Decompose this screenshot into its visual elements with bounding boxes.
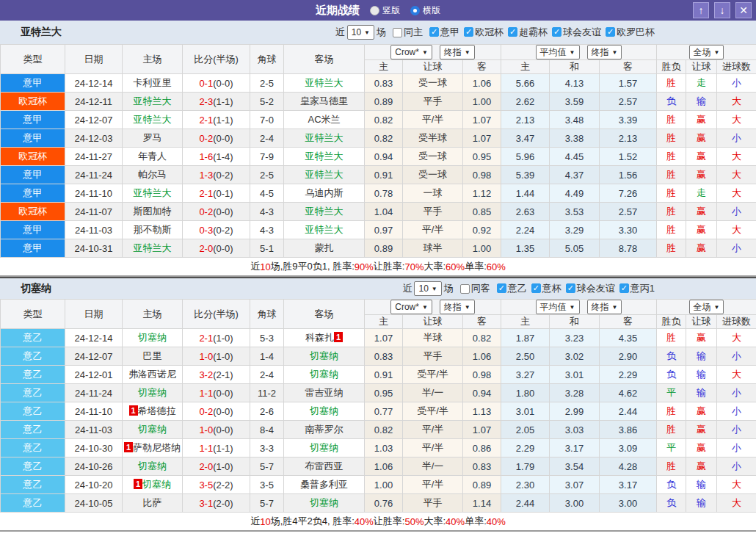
checkbox-unchecked-icon[interactable] [460, 284, 470, 294]
col-result-handicap: 让球 [686, 60, 717, 74]
match-score: 2-3(1-1) [183, 93, 250, 111]
result-winlose: 平 [657, 384, 686, 402]
move-up-button[interactable]: ↑ [693, 2, 709, 18]
crow-odds-select[interactable]: Crow*▼ [390, 300, 432, 314]
avg-draw: 3.07 [550, 476, 600, 494]
avg-home: 5.39 [501, 166, 550, 184]
move-down-button[interactable]: ↓ [714, 2, 730, 18]
corner-score: 5-2 [250, 93, 284, 111]
col-corner: 角球 [250, 45, 284, 74]
checkbox-checked-icon[interactable] [552, 27, 561, 37]
summary-text: 40% [446, 516, 465, 527]
final-odds-select-2[interactable]: 终指▼ [587, 300, 622, 314]
league-checkbox[interactable]: 意丙1 [615, 282, 655, 295]
average-odds-select[interactable]: 平均值▼ [536, 45, 580, 59]
result-winlose: 胜 [657, 421, 686, 439]
result-goals: 小 [717, 402, 756, 421]
match-row: 意乙 24-11-24 切塞纳 1-1(0-0) 11-2 雷吉亚纳 0.95 … [1, 384, 756, 402]
league-badge: 意甲 [1, 221, 65, 239]
result-goals: 小 [717, 347, 756, 366]
odds-handicap: 球半 [403, 239, 463, 258]
match-date: 24-11-03 [65, 421, 123, 439]
home-team: 那不勒斯 [123, 221, 183, 239]
checkbox-checked-icon[interactable] [606, 27, 615, 37]
summary-text: 40% [487, 516, 506, 527]
avg-draw: 3.59 [550, 93, 600, 111]
odds-handicap: 平/半 [403, 421, 463, 439]
checkbox-checked-icon[interactable] [566, 283, 575, 293]
odds-away: 0.94 [463, 384, 501, 402]
odds-home: 0.82 [365, 129, 403, 148]
match-count-select[interactable]: 10 ▼ [414, 281, 441, 296]
col-away: 客场 [284, 300, 365, 329]
chevron-down-icon: ▼ [364, 29, 370, 36]
odds-home: 1.07 [365, 329, 403, 347]
avg-away: 8.78 [600, 239, 657, 258]
odds-home: 0.89 [365, 93, 403, 111]
odds-away: 1.06 [463, 347, 501, 366]
checkbox-checked-icon[interactable] [464, 27, 473, 37]
checkbox-checked-icon[interactable] [497, 283, 506, 293]
league-checkbox[interactable]: 意甲 [425, 26, 459, 39]
league-badge: 意乙 [1, 476, 65, 494]
odds-handicap: 平/半 [403, 111, 463, 129]
radio-horizontal-icon[interactable] [410, 6, 420, 15]
final-odds-select-2[interactable]: 终指▼ [587, 45, 622, 59]
match-date: 24-10-30 [65, 439, 123, 457]
filter-bar: 近 10 ▼ 场 同客 意乙意杯球会友谊意丙1 [402, 281, 655, 296]
odds-home: 0.83 [365, 347, 403, 366]
league-checkbox[interactable]: 超霸杯 [504, 26, 548, 39]
league-checkbox[interactable]: 欧罗巴杯 [601, 26, 655, 39]
league-checkbox[interactable]: 球会友谊 [548, 26, 601, 39]
result-winlose: 负 [657, 347, 686, 366]
avg-away: 2.90 [600, 347, 657, 366]
league-checkbox[interactable]: 球会友谊 [561, 282, 615, 295]
checkbox-checked-icon[interactable] [531, 283, 541, 293]
full-match-select[interactable]: 全场▼ [689, 45, 724, 59]
checkbox-checked-icon[interactable] [619, 283, 629, 293]
league-checkbox[interactable]: 欧冠杯 [459, 26, 504, 39]
final-odds-select[interactable]: 终指▼ [440, 300, 475, 314]
odds-handicap: 平/半 [403, 439, 463, 457]
crow-odds-group: Crow*▼ 终指▼ [365, 45, 501, 60]
away-team: 皇家马德里 [284, 93, 365, 111]
odds-handicap: 受一球 [403, 148, 463, 166]
summary-row: 近10场,胜4平2负4, 胜率:40% 让胜率:50% 大率:40% 单率:40… [0, 513, 756, 532]
average-odds-select[interactable]: 平均值▼ [536, 300, 580, 314]
match-score: 1-6(1-4) [183, 148, 250, 166]
away-team: 桑普多利亚 [284, 476, 365, 494]
odds-away: 1.07 [463, 111, 501, 129]
final-odds-select[interactable]: 终指▼ [440, 45, 475, 59]
crow-odds-select[interactable]: Crow*▼ [390, 45, 432, 59]
result-winlose: 胜 [657, 329, 686, 347]
radio-vertical[interactable]: 竖版 [370, 4, 400, 17]
odds-handicap: 半/一 [403, 457, 463, 476]
league-checkbox[interactable]: 意杯 [527, 282, 561, 295]
checkbox-checked-icon[interactable] [508, 27, 517, 37]
close-button[interactable]: ✕ [735, 2, 752, 18]
summary-text: 单率: [465, 260, 487, 273]
up-arrow-icon: ↑ [699, 4, 704, 16]
odds-handicap: 平/半 [403, 476, 463, 494]
corner-score: 3-5 [250, 476, 284, 494]
away-team: 切塞纳 [284, 402, 365, 421]
match-row: 欧冠杯 24-11-27 年青人 1-6(1-4) 7-9 亚特兰大 0.94 … [1, 148, 756, 166]
full-match-select[interactable]: 全场▼ [689, 300, 724, 314]
checkbox-unchecked-icon[interactable] [393, 28, 402, 37]
summary-text: 70% [404, 261, 424, 272]
home-team: 亚特兰大 [123, 93, 183, 111]
col-result-goals: 进球数 [717, 315, 756, 329]
same-venue-checkbox[interactable]: 同主 [388, 26, 423, 39]
checkbox-checked-icon[interactable] [429, 27, 439, 37]
corner-score: 1-4 [250, 347, 284, 366]
same-venue-label: 同主 [404, 26, 423, 39]
result-winlose: 胜 [657, 129, 686, 148]
result-goals: 小 [717, 74, 756, 93]
red-card-badge: 1 [124, 442, 133, 452]
radio-horizontal[interactable]: 横版 [410, 4, 440, 17]
odds-away: 1.06 [463, 74, 501, 93]
match-count-select[interactable]: 10 ▼ [347, 25, 374, 40]
radio-vertical-icon[interactable] [370, 6, 379, 15]
same-venue-checkbox[interactable]: 同客 [456, 282, 490, 295]
league-checkbox[interactable]: 意乙 [493, 282, 527, 295]
